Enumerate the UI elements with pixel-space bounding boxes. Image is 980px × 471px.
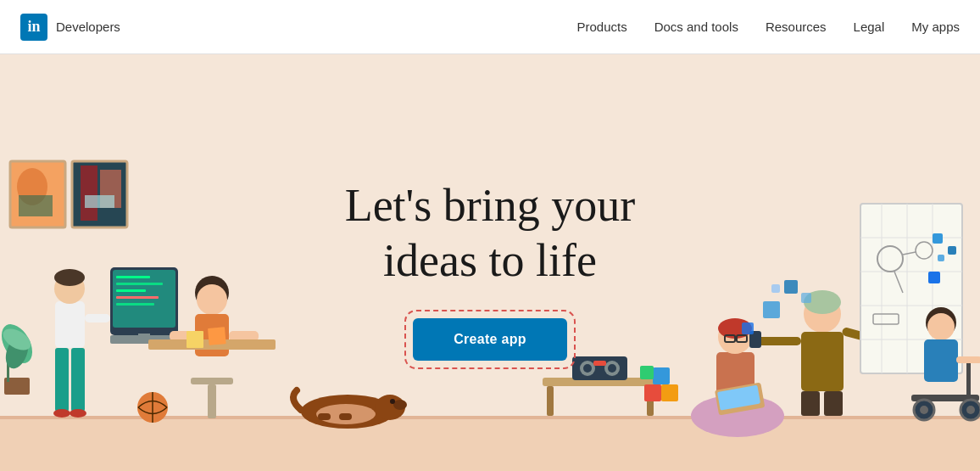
svg-rect-8 — [81, 165, 97, 221]
svg-point-21 — [53, 409, 70, 418]
brand-title: Developers — [56, 20, 120, 34]
svg-rect-40 — [208, 327, 226, 345]
hero-title-line2: ideas to life — [383, 235, 597, 286]
create-app-wrapper: Create app — [413, 318, 567, 361]
svg-rect-29 — [116, 289, 146, 292]
svg-rect-84 — [771, 284, 780, 293]
logo-text: in — [27, 18, 40, 36]
svg-rect-74 — [801, 332, 844, 391]
svg-rect-32 — [138, 334, 150, 339]
svg-rect-41 — [191, 378, 233, 384]
svg-rect-83 — [742, 322, 754, 334]
svg-point-107 — [920, 406, 928, 414]
svg-point-103 — [927, 313, 955, 340]
create-app-button[interactable]: Create app — [413, 318, 567, 361]
svg-rect-5 — [19, 195, 53, 216]
svg-rect-27 — [116, 276, 150, 278]
svg-point-109 — [966, 406, 975, 414]
nav-my-apps[interactable]: My apps — [911, 20, 960, 34]
svg-point-57 — [608, 364, 616, 373]
svg-rect-101 — [928, 272, 940, 283]
navbar: in Developers Products Docs and tools Re… — [0, 0, 980, 54]
svg-point-45 — [393, 400, 407, 410]
svg-point-46 — [390, 399, 395, 404]
svg-rect-99 — [948, 246, 956, 255]
svg-rect-59 — [644, 384, 661, 401]
svg-rect-16 — [55, 301, 85, 348]
svg-rect-58 — [593, 361, 606, 366]
svg-rect-51 — [547, 386, 554, 416]
svg-rect-77 — [754, 337, 801, 345]
nav-docs-and-tools[interactable]: Docs and tools — [654, 20, 738, 34]
svg-point-22 — [70, 409, 86, 418]
svg-rect-30 — [116, 296, 159, 299]
svg-rect-49 — [339, 413, 352, 420]
svg-rect-60 — [661, 384, 678, 401]
svg-rect-1 — [0, 419, 980, 471]
hero-title-line1: Let's bring your — [345, 180, 636, 231]
svg-rect-42 — [208, 384, 216, 418]
svg-point-34 — [197, 284, 227, 315]
svg-rect-48 — [318, 413, 331, 420]
svg-rect-80 — [763, 301, 780, 318]
nav-legal[interactable]: Legal — [854, 20, 885, 34]
nav-resources[interactable]: Resources — [766, 20, 827, 34]
svg-rect-100 — [938, 255, 944, 261]
linkedin-logo-icon[interactable]: in — [20, 14, 47, 41]
svg-rect-110 — [966, 361, 971, 399]
svg-point-55 — [583, 364, 592, 373]
svg-rect-112 — [956, 356, 980, 363]
svg-rect-28 — [116, 283, 163, 285]
svg-rect-39 — [187, 331, 203, 348]
svg-rect-10 — [85, 195, 114, 208]
hero-section: Let's bring your ideas to life Create ap… — [0, 0, 980, 471]
svg-rect-23 — [85, 314, 110, 322]
main-nav: Products Docs and tools Resources Legal … — [576, 20, 960, 34]
brand: in Developers — [20, 14, 120, 41]
svg-rect-104 — [924, 339, 958, 382]
nav-products[interactable]: Products — [576, 20, 626, 34]
svg-rect-61 — [653, 367, 670, 384]
hero-title: Let's bring your ideas to life — [345, 178, 636, 289]
svg-rect-75 — [801, 391, 820, 416]
svg-rect-76 — [824, 391, 843, 416]
svg-rect-17 — [55, 348, 69, 412]
svg-rect-18 — [71, 348, 85, 412]
svg-rect-81 — [784, 280, 798, 294]
svg-rect-62 — [640, 366, 654, 379]
svg-rect-31 — [116, 303, 154, 306]
svg-rect-98 — [933, 233, 943, 244]
svg-rect-82 — [801, 293, 811, 303]
hero-text: Let's bring your ideas to life Create ap… — [345, 178, 636, 362]
svg-point-20 — [54, 269, 85, 286]
